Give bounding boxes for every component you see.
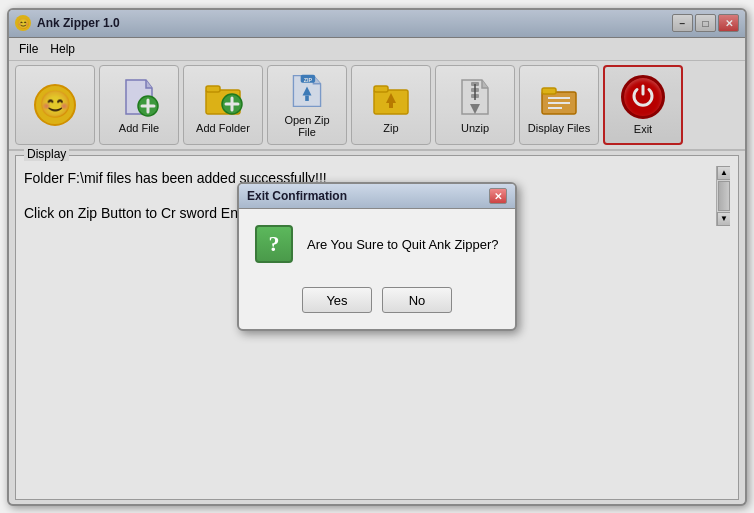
modal-buttons: Yes No (239, 279, 515, 329)
modal-close-button[interactable]: ✕ (489, 188, 507, 204)
no-button[interactable]: No (382, 287, 452, 313)
exit-confirmation-dialog: Exit Confirmation ✕ ? Are You Sure to Qu… (237, 182, 517, 331)
modal-body: ? Are You Sure to Quit Ank Zipper? (239, 209, 515, 279)
modal-title: Exit Confirmation (247, 189, 347, 203)
modal-overlay: Exit Confirmation ✕ ? Are You Sure to Qu… (9, 10, 745, 504)
modal-title-bar: Exit Confirmation ✕ (239, 184, 515, 209)
yes-button[interactable]: Yes (302, 287, 372, 313)
question-icon: ? (255, 225, 293, 263)
modal-message: Are You Sure to Quit Ank Zipper? (307, 237, 499, 252)
main-window: 😊 Ank Zipper 1.0 − □ ✕ File Help 😊 (7, 8, 747, 506)
